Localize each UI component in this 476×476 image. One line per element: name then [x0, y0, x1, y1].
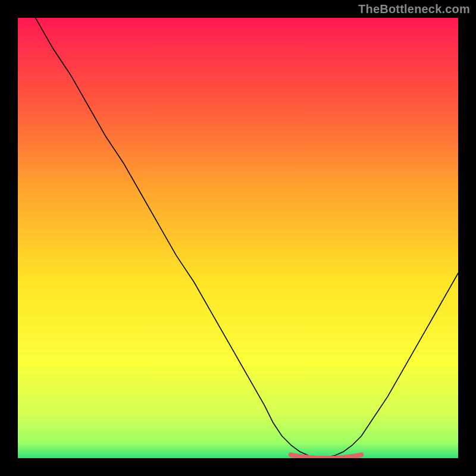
watermark-text: TheBottleneck.com	[358, 2, 470, 16]
plot-background	[18, 18, 458, 458]
chart-frame: { "watermark": "TheBottleneck.com", "cha…	[0, 0, 476, 476]
bottleneck-chart	[18, 18, 458, 458]
